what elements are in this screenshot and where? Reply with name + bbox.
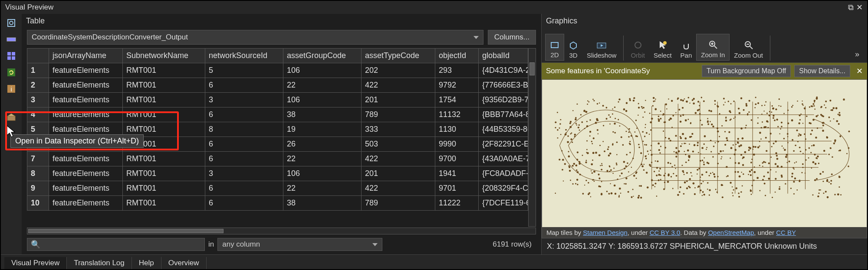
map-canvas[interactable]: Map tiles by Stamen Design, under CC BY …: [542, 79, 867, 238]
cell: RMT001: [123, 166, 205, 181]
slideshow-button[interactable]: Slideshow: [582, 34, 621, 61]
refresh-icon[interactable]: [5, 66, 18, 79]
svg-point-348: [675, 156, 677, 157]
osm-link[interactable]: OpenStreetMap: [708, 229, 754, 236]
close-info-bar-icon[interactable]: ✕: [856, 66, 863, 76]
svg-point-182: [763, 176, 765, 177]
cell: 38: [283, 196, 362, 211]
horizontal-scrollbar[interactable]: [27, 228, 536, 234]
svg-point-512: [776, 155, 778, 156]
svg-point-688: [776, 171, 776, 172]
svg-point-617: [753, 153, 755, 156]
tab-translation-log[interactable]: Translation Log: [67, 257, 132, 269]
svg-point-840: [749, 100, 750, 101]
select-button[interactable]: Select: [649, 34, 676, 61]
columns-button[interactable]: Columns...: [488, 30, 536, 45]
svg-point-833: [793, 193, 795, 195]
cell: 6: [205, 196, 283, 211]
filter-column-dropdown[interactable]: any column: [217, 238, 382, 251]
toggle-background-map-button[interactable]: Turn Background Map Off: [702, 65, 791, 77]
cell: {FC8ADADF-8: [479, 166, 528, 181]
column-header[interactable]: jsonArrayName: [49, 49, 123, 63]
svg-point-200: [658, 179, 660, 181]
filter-column-value: any column: [222, 240, 260, 249]
svg-point-322: [791, 119, 793, 121]
column-header[interactable]: globalId: [479, 49, 528, 63]
table-row[interactable]: 2featureElementsRMT0016224229792{776666E…: [27, 78, 528, 93]
svg-point-571: [745, 127, 746, 129]
column-header[interactable]: assetTypeCode: [362, 49, 435, 63]
show-details-button[interactable]: Show Details...: [794, 65, 850, 77]
column-header[interactable]: objectId: [435, 49, 479, 63]
svg-point-720: [817, 127, 818, 129]
svg-point-266: [727, 175, 729, 177]
svg-point-454: [598, 133, 598, 134]
svg-point-463: [737, 171, 739, 173]
svg-point-823: [726, 166, 727, 168]
svg-point-816: [759, 141, 760, 142]
table-row[interactable]: 10featureElementsRMT00163878911222{7DCFE…: [27, 196, 528, 211]
svg-point-498: [815, 157, 817, 159]
column-header[interactable]: assetGroupCode: [283, 49, 362, 63]
svg-point-671: [703, 164, 705, 166]
svg-point-158: [611, 192, 613, 195]
column-header[interactable]: networkSourceId: [205, 49, 283, 63]
cell: 6: [205, 152, 283, 166]
tab-overview[interactable]: Overview: [161, 257, 207, 269]
svg-point-785: [747, 113, 748, 114]
svg-point-846: [671, 166, 673, 167]
zoom-out-button[interactable]: Zoom Out: [730, 34, 767, 61]
svg-point-323: [641, 106, 643, 108]
column-header[interactable]: [27, 49, 49, 63]
stamen-link[interactable]: Stamen Design: [583, 229, 628, 236]
svg-point-384: [757, 123, 759, 124]
table-row[interactable]: 7featureElementsRMT0016224229700{43A0A0A…: [27, 152, 528, 166]
svg-marker-14: [570, 42, 576, 49]
view-2d-button[interactable]: 2D: [545, 34, 564, 61]
tab-visual-preview[interactable]: Visual Preview: [4, 257, 67, 269]
dataset-dropdown[interactable]: CoordinateSystemDescriptionConverter_Out…: [27, 30, 483, 45]
svg-point-36: [659, 168, 661, 169]
pan-button[interactable]: Pan: [676, 34, 697, 61]
info-icon[interactable]: i: [5, 82, 18, 95]
svg-point-111: [815, 137, 817, 138]
search-input[interactable]: 🔍: [27, 238, 205, 251]
svg-point-224: [691, 133, 693, 135]
svg-point-541: [770, 169, 771, 170]
tab-help[interactable]: Help: [132, 257, 161, 269]
svg-point-736: [588, 193, 589, 195]
svg-point-524: [724, 131, 726, 132]
grid-icon[interactable]: [5, 49, 18, 62]
ccby-link[interactable]: CC BY: [776, 229, 796, 236]
view-3d-button[interactable]: 3D: [564, 34, 582, 61]
toolbar-overflow-icon[interactable]: »: [851, 34, 864, 61]
toggle-view-icon[interactable]: [5, 16, 18, 29]
svg-point-738: [802, 101, 802, 101]
column-header[interactable]: SubnetworkName: [123, 49, 205, 63]
close-icon[interactable]: ✕: [856, 3, 863, 12]
orbit-button: Orbit: [626, 34, 649, 61]
single-row-icon[interactable]: [5, 33, 18, 46]
svg-point-691: [796, 189, 798, 191]
ccby30-link[interactable]: CC BY 3.0: [650, 229, 681, 236]
vertical-scrollbar[interactable]: [528, 48, 536, 227]
svg-point-349: [814, 100, 815, 101]
svg-point-603: [805, 172, 806, 173]
svg-point-615: [641, 163, 642, 165]
table-row[interactable]: 8featureElementsRMT00131062011941{FC8ADA…: [27, 166, 528, 181]
table-row[interactable]: 9featureElementsRMT0016224229701{208329F…: [27, 181, 528, 196]
table-row[interactable]: 3featureElementsRMT00131062011754{9356D2…: [27, 93, 528, 107]
svg-point-241: [591, 141, 592, 142]
zoom-in-button[interactable]: Zoom In: [696, 34, 730, 61]
table-row[interactable]: 4featureElementsRMT00163878911132{BBB77A…: [27, 107, 528, 122]
svg-point-48: [619, 188, 621, 190]
open-data-inspector-button[interactable]: [5, 111, 18, 124]
undock-icon[interactable]: ⧉: [848, 3, 854, 12]
svg-point-809: [727, 140, 728, 141]
svg-point-285: [606, 107, 608, 109]
svg-point-593: [567, 135, 569, 137]
svg-point-262: [693, 182, 695, 185]
table-row[interactable]: 1featureElementsRMT0015106202293{4D431C9…: [27, 63, 528, 78]
svg-point-208: [680, 145, 682, 147]
svg-point-601: [835, 107, 838, 109]
